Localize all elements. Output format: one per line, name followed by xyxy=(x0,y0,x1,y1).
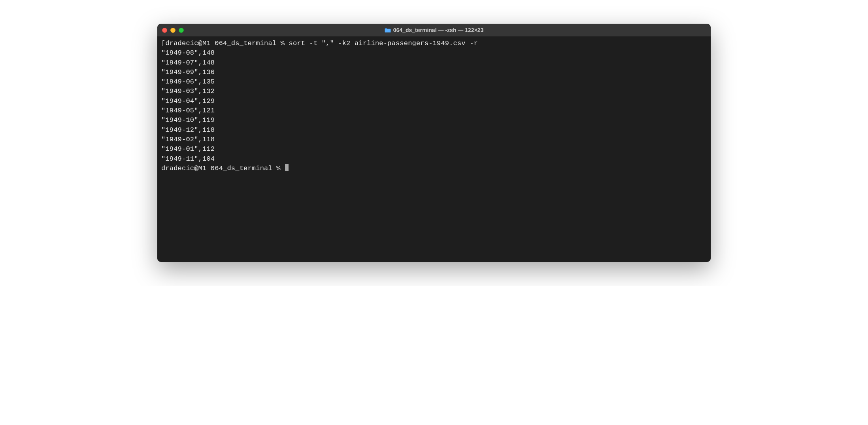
output-line: "1949-02",118 xyxy=(161,135,707,144)
traffic-lights xyxy=(162,28,184,33)
command-output: "1949-08",148"1949-07",148"1949-09",136"… xyxy=(161,48,707,164)
output-line: "1949-09",136 xyxy=(161,68,707,77)
prompt-user-host: dradecic@M1 xyxy=(161,165,206,172)
prompt-dir: 064_ds_terminal xyxy=(215,40,276,47)
output-line: "1949-06",135 xyxy=(161,77,707,87)
output-line: "1949-08",148 xyxy=(161,48,707,58)
prompt-user-host: dradecic@M1 xyxy=(165,40,210,47)
prompt-dir: 064_ds_terminal xyxy=(211,165,272,172)
prompt-sep: % xyxy=(281,40,285,47)
output-line: "1949-05",121 xyxy=(161,106,707,116)
output-line: "1949-04",129 xyxy=(161,97,707,106)
output-line: "1949-01",112 xyxy=(161,144,707,154)
minimize-button[interactable] xyxy=(170,28,175,33)
close-button[interactable] xyxy=(162,28,167,33)
window-title: 064_ds_terminal — -zsh — 122×23 xyxy=(385,27,483,33)
bracket-left: [ xyxy=(161,40,165,47)
output-line: "1949-10",119 xyxy=(161,116,707,125)
window-title-text: 064_ds_terminal — -zsh — 122×23 xyxy=(393,27,483,33)
folder-icon xyxy=(385,28,391,33)
title-bar: 064_ds_terminal — -zsh — 122×23 xyxy=(157,24,711,36)
prompt-sep: % xyxy=(276,165,280,172)
prompt-line-2: dradecic@M1 064_ds_terminal % xyxy=(161,164,707,173)
terminal-window: 064_ds_terminal — -zsh — 122×23 [dradeci… xyxy=(157,24,711,262)
output-line: "1949-11",104 xyxy=(161,154,707,164)
terminal-body[interactable]: [dradecic@M1 064_ds_terminal % sort -t "… xyxy=(157,36,711,262)
command-text: sort -t "," -k2 airline-passengers-1949.… xyxy=(289,40,477,47)
output-line: "1949-12",118 xyxy=(161,125,707,135)
output-line: "1949-07",148 xyxy=(161,58,707,68)
output-line: "1949-03",132 xyxy=(161,87,707,96)
maximize-button[interactable] xyxy=(179,28,184,33)
prompt-line-1: [dradecic@M1 064_ds_terminal % sort -t "… xyxy=(161,39,707,48)
cursor xyxy=(285,164,289,171)
